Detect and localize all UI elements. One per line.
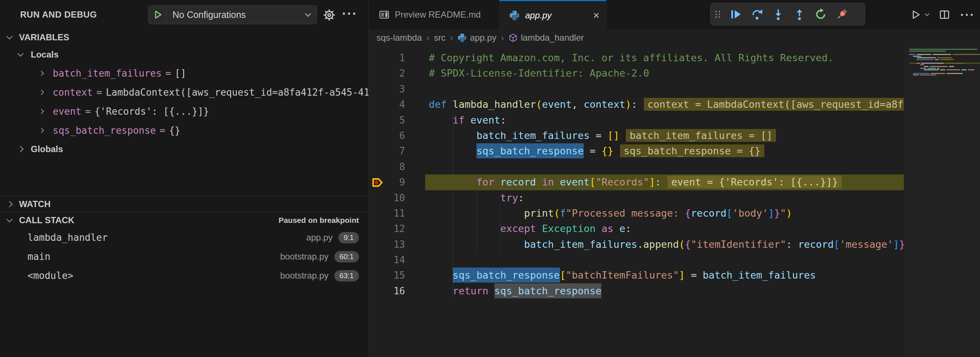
code-line-7[interactable]: 7 sqs_batch_response = {}sqs_batch_respo… bbox=[369, 143, 904, 159]
frame-line-badge: 63:1 bbox=[334, 270, 359, 282]
frame-name: lambda_handler bbox=[27, 232, 108, 243]
breadcrumb-item-file[interactable]: app.py bbox=[457, 33, 496, 43]
code-line-5[interactable]: 5 if event: bbox=[369, 113, 904, 128]
code-line-13[interactable]: 13 batch_item_failures.append({"itemIden… bbox=[369, 237, 904, 252]
run-python-file-button[interactable] bbox=[910, 9, 929, 20]
equals-sign: = bbox=[160, 125, 165, 136]
frame-name: main bbox=[27, 251, 51, 262]
call-stack-header-label: CALL STACK bbox=[19, 215, 74, 225]
minimap-line bbox=[909, 71, 980, 72]
variables-tree: Localsbatch_item_failures=[]context=Lamb… bbox=[0, 45, 368, 158]
frame-location: app.py9:1 bbox=[306, 232, 359, 243]
call-stack-frame[interactable]: <module>bootstrap.py63:1 bbox=[0, 266, 368, 285]
chevron-right-icon bbox=[39, 128, 44, 133]
minimap[interactable] bbox=[909, 49, 980, 82]
editor-tab-bar: Preview README.md app.py × bbox=[369, 0, 980, 29]
continue-button[interactable] bbox=[725, 3, 746, 25]
frame-file-label: bootstrap.py bbox=[280, 271, 328, 281]
code-line-3[interactable]: 3 bbox=[369, 81, 904, 97]
variable-row[interactable]: event={'Records': [{...}]} bbox=[0, 102, 368, 121]
minimap-line bbox=[909, 61, 980, 62]
debug-inline-value: event = {'Records': [{...}]} bbox=[668, 175, 842, 188]
debug-inline-value: sqs_batch_response = {} bbox=[620, 144, 764, 157]
paused-status-label: Paused on breakpoint bbox=[279, 216, 359, 225]
variables-section-header[interactable]: VARIABLES bbox=[0, 29, 368, 45]
step-out-icon bbox=[793, 8, 806, 21]
frame-location: bootstrap.py63:1 bbox=[280, 270, 359, 282]
code-text: except Exception as e: bbox=[369, 221, 904, 236]
chevron-separator-icon: › bbox=[426, 32, 430, 44]
code-text: sqs_batch_response = {}sqs_batch_respons… bbox=[369, 143, 904, 159]
code-line-16[interactable]: 16 return sqs_batch_response bbox=[369, 283, 904, 299]
chevron-right-icon bbox=[39, 109, 44, 114]
chevron-separator-icon: › bbox=[501, 32, 504, 44]
variable-value: LambdaContext([aws_request_id=a8fa412f-a… bbox=[106, 87, 368, 98]
code-text: return sqs_batch_response bbox=[369, 283, 904, 299]
scope-row-locals[interactable]: Locals bbox=[0, 45, 368, 64]
code-text: sqs_batch_response["batchItemFailures"] … bbox=[369, 268, 904, 283]
code-line-6[interactable]: 6 batch_item_failures = []batch_item_fai… bbox=[369, 128, 904, 143]
line-number: 3 bbox=[384, 81, 405, 97]
code-text: batch_item_failures.append({"itemIdentif… bbox=[369, 237, 904, 252]
step-into-button[interactable] bbox=[768, 3, 789, 25]
more-actions-icon[interactable]: ··· bbox=[960, 8, 975, 22]
editor-right-rail bbox=[904, 46, 980, 357]
breadcrumb-item-folder[interactable]: sqs-lambda bbox=[377, 33, 422, 43]
code-line-15[interactable]: 15 sqs_batch_response["batchItemFailures… bbox=[369, 268, 904, 283]
minimap-line bbox=[909, 57, 980, 58]
chevron-right-icon bbox=[39, 71, 44, 76]
restart-button[interactable] bbox=[810, 3, 831, 25]
editor-actions: ··· bbox=[910, 0, 975, 29]
code-line-8[interactable]: 8 bbox=[369, 159, 904, 174]
markdown-preview-icon bbox=[379, 9, 390, 20]
tab-app-py[interactable]: app.py × bbox=[500, 0, 606, 29]
variable-row[interactable]: batch_item_failures=[] bbox=[0, 64, 368, 83]
code-line-12[interactable]: 12 except Exception as e: bbox=[369, 221, 904, 236]
breadcrumb-item-folder[interactable]: src bbox=[434, 33, 446, 43]
watch-section-header[interactable]: WATCH bbox=[0, 196, 368, 212]
code-line-9[interactable]: 9 for record in event["Records"]:event =… bbox=[369, 174, 904, 190]
code-editor[interactable]: 1# Copyright Amazon.com, Inc. or its aff… bbox=[369, 46, 904, 357]
chevron-down-icon bbox=[925, 11, 929, 16]
chevron-down-icon bbox=[6, 33, 13, 40]
step-out-button[interactable] bbox=[789, 3, 810, 25]
code-text: print(f"Processed message: {record['body… bbox=[369, 206, 904, 221]
step-over-button[interactable] bbox=[746, 3, 768, 25]
code-text: if event: bbox=[369, 113, 904, 128]
drag-grip-icon[interactable] bbox=[711, 3, 725, 25]
code-line-14[interactable]: 14 bbox=[369, 252, 904, 268]
code-line-4[interactable]: 4def lambda_handler(event, context):cont… bbox=[369, 97, 904, 112]
scope-row-globals[interactable]: Globals bbox=[0, 140, 368, 158]
call-stack-frame[interactable]: mainbootstrap.py60:1 bbox=[0, 247, 368, 266]
disconnect-button[interactable] bbox=[831, 3, 853, 25]
sidebar-titlebar: RUN AND DEBUG No Configurations ··· bbox=[0, 0, 368, 29]
chevron-right-icon bbox=[6, 201, 13, 207]
equals-sign: = bbox=[96, 87, 102, 98]
breadcrumb-item-symbol[interactable]: lambda_handler bbox=[508, 33, 584, 43]
editor-group: Preview README.md app.py × bbox=[369, 0, 980, 357]
tab-preview-readme[interactable]: Preview README.md bbox=[369, 0, 500, 29]
tab-label: Preview README.md bbox=[395, 10, 481, 20]
variable-row[interactable]: sqs_batch_response={} bbox=[0, 121, 368, 140]
close-icon[interactable]: × bbox=[593, 9, 600, 22]
split-editor-button[interactable] bbox=[939, 9, 950, 20]
code-line-10[interactable]: 10 try: bbox=[369, 190, 904, 206]
code-line-1[interactable]: 1# Copyright Amazon.com, Inc. or its aff… bbox=[369, 50, 904, 65]
variable-row[interactable]: context=LambdaContext([aws_request_id=a8… bbox=[0, 83, 368, 102]
start-debugging-button[interactable] bbox=[148, 5, 167, 24]
call-stack-section-header[interactable]: CALL STACK Paused on breakpoint bbox=[0, 212, 368, 228]
debug-configuration-dropdown[interactable]: No Configurations bbox=[148, 5, 317, 24]
debug-toolbar bbox=[710, 3, 865, 26]
variable-value: {'Records': [{...}]} bbox=[94, 106, 209, 117]
views-more-actions-button[interactable]: ··· bbox=[342, 0, 358, 28]
minimap-line bbox=[909, 59, 980, 60]
code-line-11[interactable]: 11 print(f"Processed message: {record['b… bbox=[369, 206, 904, 221]
frame-line-badge: 9:1 bbox=[338, 232, 359, 243]
gear-icon[interactable] bbox=[322, 8, 336, 22]
configuration-label: No Configurations bbox=[167, 10, 306, 20]
split-editor-icon bbox=[939, 9, 950, 20]
code-line-2[interactable]: 2# SPDX-License-Identifier: Apache-2.0 bbox=[369, 65, 904, 81]
call-stack-frame[interactable]: lambda_handlerapp.py9:1 bbox=[0, 228, 368, 247]
frame-location: bootstrap.py60:1 bbox=[280, 251, 359, 263]
frame-file-label: bootstrap.py bbox=[280, 252, 328, 262]
